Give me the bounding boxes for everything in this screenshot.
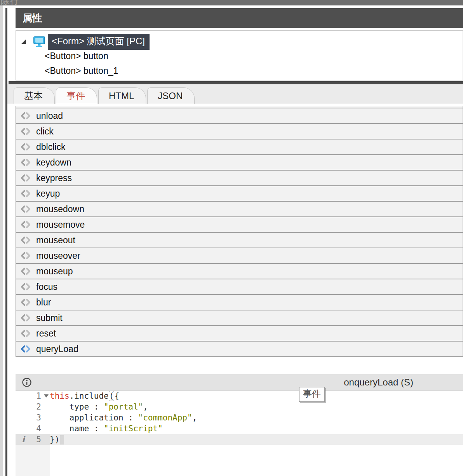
tree-selected-node-label[interactable]: <Form> 测试页面 [PC] [48, 34, 150, 50]
event-row[interactable]: keypress [16, 171, 463, 186]
code-text: type : "portal", [50, 401, 148, 412]
event-row[interactable]: click [16, 124, 463, 139]
top-toolbar-strip: 除行 [0, 0, 463, 5]
event-row[interactable]: focus [16, 279, 463, 295]
tab-事件[interactable]: 事件 [56, 87, 97, 104]
code-token-plain: , [192, 413, 197, 422]
code-line[interactable]: i5}) [16, 434, 463, 445]
code-token-plain: .include [70, 391, 109, 401]
line-number-gutter: 2 [16, 401, 50, 412]
event-name: queryLoad [36, 344, 78, 354]
code-tag-icon [20, 158, 31, 167]
event-row[interactable]: mouseover [16, 248, 463, 264]
tree-child-label: <Button> button_1 [45, 66, 118, 76]
event-tooltip: 事件 [299, 387, 325, 402]
event-row[interactable]: queryLoad [16, 342, 463, 357]
tree-row-form[interactable]: <Form> 测试页面 [PC] [16, 35, 463, 49]
code-tag-icon [20, 111, 31, 120]
tab-html[interactable]: HTML [98, 87, 146, 104]
fold-arrow-icon[interactable] [44, 394, 49, 398]
tree-row-child[interactable]: <Button> button_1 [16, 63, 463, 78]
code-tag-icon [20, 142, 31, 152]
event-row[interactable]: mouseout [16, 233, 463, 248]
event-row[interactable]: submit [16, 310, 463, 326]
line-number: 2 [36, 402, 41, 411]
event-name: mouseover [36, 251, 80, 261]
code-token-keyword: this [50, 391, 70, 401]
left-gutter-column [0, 5, 3, 476]
properties-panel-header: 属性 [16, 8, 463, 28]
event-name: reset [36, 328, 56, 339]
code-filler [16, 445, 463, 476]
line-number-gutter: 4 [16, 423, 50, 434]
code-gutter-filler [16, 445, 50, 476]
event-row[interactable]: keydown [16, 155, 463, 171]
event-name: submit [36, 313, 63, 323]
event-name: mouseout [36, 235, 75, 246]
event-row[interactable]: reset [16, 326, 463, 342]
text-cursor [60, 435, 64, 445]
code-tag-icon [20, 329, 31, 338]
code-tag-icon [20, 220, 31, 229]
line-number-gutter: 1 [16, 391, 50, 401]
code-text: application : "commonApp", [50, 412, 197, 423]
event-name: keypress [36, 173, 72, 183]
code-lines: 1this.include({2 type : "portal",3 appli… [16, 391, 463, 445]
code-tag-icon [20, 235, 31, 245]
event-name: keyup [36, 188, 60, 199]
event-row[interactable]: mousemove [16, 217, 463, 233]
event-name: mousedown [36, 204, 84, 214]
code-line[interactable]: 4 name : "initScript" [16, 423, 463, 434]
code-tag-icon [20, 173, 31, 183]
event-row[interactable]: blur [16, 295, 463, 310]
handler-title: onqueryLoad (S) [344, 377, 413, 388]
code-token-plain: type : [50, 402, 104, 411]
code-tag-icon [20, 251, 31, 260]
tree-row-child[interactable]: <Button> button [16, 49, 463, 63]
code-token-string: "commonApp" [138, 413, 192, 422]
gutter-info-icon: i [22, 434, 25, 445]
line-number: 4 [36, 424, 41, 433]
code-line[interactable]: 2 type : "portal", [16, 401, 463, 412]
panel-splitter[interactable] [5, 8, 7, 476]
line-number-gutter: i5 [16, 434, 50, 445]
tree-child-label: <Button> button [45, 51, 108, 61]
section-divider [9, 81, 463, 84]
event-name: mousemove [36, 220, 85, 230]
info-icon[interactable] [22, 377, 32, 387]
tree-expand-icon[interactable] [21, 38, 27, 45]
event-row[interactable]: mousedown [16, 202, 463, 217]
event-list-rows: unloadclickdblclickkeydownkeypresskeyupm… [16, 108, 463, 357]
line-number: 1 [36, 391, 41, 401]
event-name: dblclick [36, 142, 65, 152]
code-tag-icon [20, 189, 31, 198]
code-tag-icon [20, 298, 31, 307]
code-token-plain: , [143, 402, 148, 411]
tab-json[interactable]: JSON [147, 87, 195, 104]
component-tree: <Form> 测试页面 [PC] <Button> button<Button>… [16, 30, 463, 80]
event-row[interactable]: mouseup [16, 264, 463, 279]
event-row[interactable]: dblclick [16, 139, 463, 155]
tab-基本[interactable]: 基本 [14, 87, 55, 104]
event-name: focus [36, 282, 57, 292]
code-token-plain: name : [50, 424, 104, 433]
event-name: blur [36, 297, 51, 308]
code-text: }) [50, 434, 64, 445]
event-row[interactable]: keyup [16, 186, 463, 202]
code-tag-icon [20, 267, 31, 276]
event-row[interactable]: unload [16, 108, 463, 124]
code-line[interactable]: 1this.include({ [16, 391, 463, 401]
code-token-string: "initScript" [104, 424, 163, 433]
code-editor[interactable]: 1this.include({2 type : "portal",3 appli… [16, 391, 463, 476]
code-tag-icon [20, 344, 31, 354]
code-token-paren: ( [109, 391, 115, 401]
line-number-gutter: 3 [16, 412, 50, 423]
code-token-plain: }) [50, 435, 59, 444]
properties-panel-title: 属性 [23, 12, 42, 24]
code-line[interactable]: 3 application : "commonApp", [16, 412, 463, 423]
code-token-string: "portal" [104, 402, 143, 411]
event-name: mouseup [36, 266, 73, 277]
code-tag-icon [20, 204, 31, 214]
code-tag-icon [20, 313, 31, 323]
code-token-plain: { [114, 391, 119, 401]
